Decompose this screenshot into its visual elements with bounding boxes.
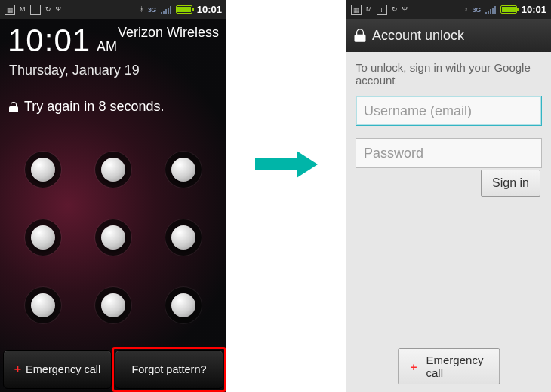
- retry-message: Try again in 8 seconds.: [24, 99, 164, 115]
- sync-icon: ↻: [392, 6, 398, 13]
- pattern-dot[interactable]: [171, 293, 195, 317]
- lockscreen-body: 10:01 AM Verizon Wireless Thursday, Janu…: [0, 19, 226, 392]
- retry-message-row: Try again in 8 seconds.: [9, 99, 164, 115]
- battery-icon: [500, 5, 517, 14]
- mail-icon: M: [20, 6, 26, 13]
- pattern-grid[interactable]: [8, 136, 219, 339]
- notification-icon: !: [30, 5, 41, 15]
- pattern-dot[interactable]: [101, 158, 125, 182]
- pattern-dot[interactable]: [101, 293, 125, 317]
- signal-bars-icon: [161, 5, 171, 14]
- usb-icon: Ψ: [402, 6, 408, 13]
- forgot-pattern-button[interactable]: Forgot pattern?: [115, 350, 223, 389]
- forgot-pattern-label: Forgot pattern?: [131, 363, 206, 375]
- unlock-hint: To unlock, sign in with your Google acco…: [356, 61, 542, 87]
- lock-clock-ampm: AM: [97, 39, 117, 55]
- notification-icon: !: [377, 5, 387, 15]
- network-type: 3G: [148, 6, 156, 14]
- pattern-dot[interactable]: [171, 225, 195, 250]
- account-unlock-titlebar: Account unlock: [346, 19, 551, 52]
- lock-date: Thursday, January 19: [9, 63, 140, 78]
- mail-icon: M: [366, 6, 372, 13]
- username-placeholder: Username (email): [364, 103, 472, 119]
- emergency-call-label: Emergency call: [426, 354, 488, 379]
- network-type: 3G: [473, 6, 481, 14]
- emergency-call-button[interactable]: + Emergency call: [398, 348, 500, 384]
- pattern-dot[interactable]: [101, 225, 125, 250]
- lock-icon: [355, 29, 366, 42]
- carrier-label: Verizon Wireless: [118, 25, 219, 41]
- emergency-call-button[interactable]: + Emergency call: [3, 350, 112, 389]
- calendar-icon: ▦: [5, 5, 15, 15]
- usb-icon: Ψ: [56, 6, 62, 13]
- account-unlock-screen: ▦ M ! ↻ Ψ ᚼ 3G 10:01 Account unlock To u…: [346, 0, 551, 392]
- account-unlock-form: To unlock, sign in with your Google acco…: [346, 52, 551, 392]
- pattern-dot[interactable]: [31, 158, 55, 182]
- pattern-dot[interactable]: [171, 158, 195, 182]
- sign-in-label: Sign in: [492, 176, 529, 189]
- flow-arrow-icon: [255, 151, 318, 178]
- password-placeholder: Password: [364, 145, 423, 161]
- lock-icon: [9, 102, 18, 112]
- statusbar-clock: 10:01: [522, 4, 546, 15]
- lock-clock-time: 10:01: [8, 23, 91, 59]
- pattern-dot[interactable]: [31, 225, 55, 250]
- plus-icon: +: [411, 360, 417, 373]
- statusbar-clock: 10:01: [197, 4, 222, 15]
- sync-icon: ↻: [45, 6, 51, 13]
- battery-icon: [176, 5, 192, 14]
- sign-in-button[interactable]: Sign in: [481, 170, 540, 197]
- plus-icon: +: [14, 363, 21, 376]
- status-bar: ▦ M ! ↻ Ψ ᚼ 3G 10:01: [0, 0, 226, 19]
- bluetooth-icon: ᚼ: [140, 6, 143, 13]
- signal-bars-icon: [485, 5, 496, 14]
- calendar-icon: ▦: [351, 5, 362, 15]
- password-input[interactable]: Password: [356, 138, 542, 168]
- emergency-call-label: Emergency call: [26, 363, 100, 375]
- lockscreen-pattern: ▦ M ! ↻ Ψ ᚼ 3G 10:01 10:01 AM Verizon Wi…: [0, 0, 226, 392]
- bluetooth-icon: ᚼ: [464, 6, 468, 13]
- pattern-dot[interactable]: [31, 293, 55, 317]
- username-input[interactable]: Username (email): [356, 96, 542, 126]
- status-bar: ▦ M ! ↻ Ψ ᚼ 3G 10:01: [346, 0, 551, 19]
- account-unlock-title: Account unlock: [372, 28, 464, 44]
